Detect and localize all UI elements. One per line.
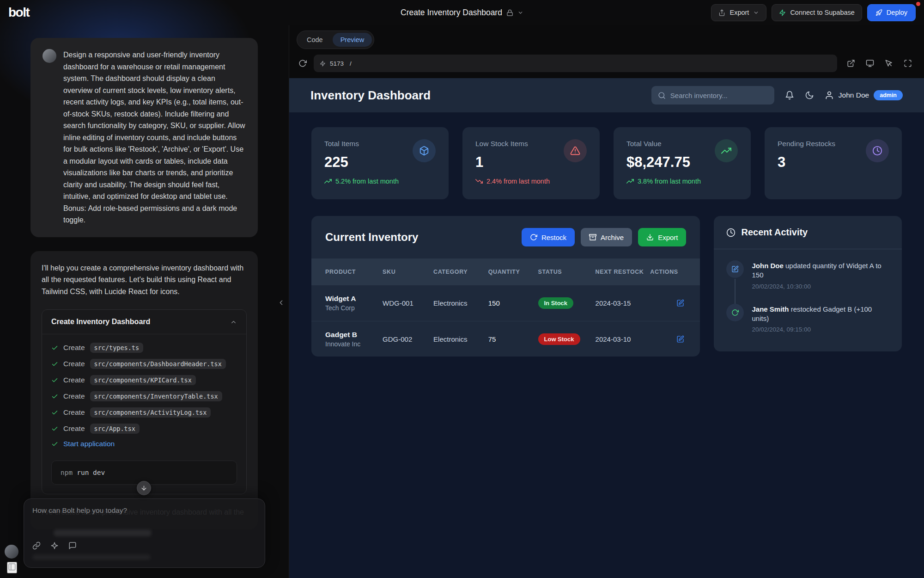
collapse-chat-handle[interactable] (277, 299, 285, 308)
trending-up-icon (721, 146, 731, 156)
restock-button[interactable]: Restock (522, 228, 575, 246)
export-inventory-button[interactable]: Export (638, 228, 686, 246)
artifact-step: Create src/components/InventoryTable.tsx (51, 391, 237, 401)
inspector-icon[interactable] (885, 59, 893, 68)
kpi-trend: 3.8% from last month (626, 178, 738, 185)
column-status: STATUS (538, 263, 591, 281)
activity-timestamp: 20/02/2024, 10:30:00 (752, 283, 889, 290)
user-avatar (43, 49, 56, 63)
check-icon (51, 409, 58, 416)
chat-input[interactable] (32, 506, 256, 529)
scroll-to-bottom-button[interactable] (137, 481, 151, 495)
user-menu[interactable]: John Doe admin (825, 90, 903, 100)
export-button-label: Export (729, 9, 749, 16)
artifact-header[interactable]: Create Inventory Dashboard (42, 310, 246, 334)
chevron-up-icon[interactable] (230, 319, 237, 326)
artifact-step: Create src/components/ActivityLog.tsx (51, 407, 237, 418)
rocket-icon (875, 9, 882, 16)
workbench-tabbar: Code Preview (289, 29, 924, 51)
restock-label: Restock (541, 234, 566, 241)
kpi-trend-text: 2.4% from last month (486, 178, 550, 185)
notifications-button[interactable] (785, 91, 794, 100)
connect-supabase-button[interactable]: Connect to Supabase (772, 4, 862, 21)
role-badge: admin (874, 90, 903, 100)
device-preview-icon[interactable] (866, 59, 874, 68)
bolt-logo[interactable]: bolt (8, 5, 29, 20)
step-file-chip[interactable]: src/components/InventoryTable.tsx (90, 391, 222, 401)
connect-supabase-label: Connect to Supabase (790, 9, 854, 16)
sidebar-toggle-button[interactable] (7, 562, 17, 573)
dark-mode-toggle[interactable] (805, 91, 814, 100)
table-header-row: PRODUCT SKU CATEGORY QUANTITY STATUS NEX… (311, 258, 700, 285)
kpi-row: Total Items 225 5.2% from last month Low… (289, 112, 924, 199)
search-icon (658, 92, 666, 99)
trend-up-icon (324, 178, 332, 185)
step-file-chip[interactable]: src/types.ts (90, 343, 144, 353)
private-lock-icon (506, 9, 513, 16)
enhance-prompt-icon[interactable] (50, 541, 59, 550)
edit-row-button[interactable] (676, 299, 684, 307)
deploy-button[interactable]: Deploy (867, 4, 916, 21)
table-row: Gadget B Innovate Inc GDG-002 Electronic… (311, 321, 700, 357)
clock-icon (726, 228, 736, 237)
project-title-menu[interactable]: Create Inventory Dashboard (401, 8, 523, 18)
tab-code[interactable]: Code (299, 33, 331, 47)
export-button[interactable]: Export (711, 4, 766, 21)
kpi-card-pending-restocks: Pending Restocks 3 (765, 127, 902, 199)
chevron-left-icon (277, 299, 285, 307)
search-input[interactable] (670, 92, 768, 99)
inventory-table-card: Current Inventory Restock Archive (311, 216, 700, 357)
step-file-chip[interactable]: src/components/DashboardHeader.tsx (90, 359, 226, 369)
step-action: Create (63, 392, 85, 400)
account-avatar[interactable] (5, 545, 18, 559)
topbar-actions: Export Connect to Supabase Deploy (711, 4, 916, 21)
product-supplier: Innovate Inc (325, 340, 378, 348)
chat-input-box (24, 498, 265, 568)
chevron-down-icon (753, 10, 759, 16)
kpi-card-low-stock: Low Stock Items 1 2.4% from last month (462, 127, 600, 199)
start-application-link[interactable]: Start application (63, 440, 115, 448)
export-label: Export (658, 234, 678, 241)
blurred-suggestion (54, 529, 152, 536)
assistant-intro-text: I'll help you create a comprehensive inv… (42, 262, 247, 298)
reload-preview-button[interactable] (298, 59, 307, 68)
command-args: run dev (77, 469, 105, 476)
step-action: Create (63, 344, 85, 352)
export-icon (718, 9, 725, 16)
product-name: Gadget B (325, 331, 378, 339)
supabase-icon (779, 9, 786, 16)
app-header-actions: John Doe admin (651, 86, 903, 105)
restock-icon (530, 234, 537, 241)
activity-user: John Doe (752, 262, 783, 270)
archive-button[interactable]: Archive (581, 228, 632, 246)
port-icon (320, 61, 326, 67)
step-file-chip[interactable]: src/components/ActivityLog.tsx (90, 407, 211, 418)
step-file-chip[interactable]: src/App.tsx (90, 424, 140, 434)
kpi-icon-wrap (413, 139, 436, 162)
artifact-step: Create src/App.tsx (51, 424, 237, 434)
artifact-steps: Create src/types.ts Create src/component… (42, 334, 246, 457)
panel-left-icon (8, 563, 16, 571)
column-product: PRODUCT (325, 263, 378, 281)
edit-row-button[interactable] (676, 335, 684, 343)
app-preview: Inventory Dashboard John Doe (289, 78, 924, 578)
attach-link-icon[interactable] (32, 541, 41, 550)
url-path: / (350, 60, 352, 67)
artifact-step: Create src/types.ts (51, 343, 237, 353)
status-badge: Low Stock (538, 333, 580, 345)
recent-activity-card: Recent Activity John Doe updated quantit… (714, 216, 902, 351)
chat-mode-icon[interactable] (68, 541, 77, 550)
workbench-panel: Code Preview 5173 / Inventory (289, 25, 924, 578)
step-file-chip[interactable]: src/components/KPICard.tsx (90, 375, 196, 385)
check-icon (51, 425, 58, 432)
chat-panel: Design a responsive and user-friendly in… (0, 25, 289, 578)
url-input[interactable]: 5173 / (314, 55, 837, 72)
command-prefix: npm (61, 469, 73, 476)
activity-timestamp: 20/02/2024, 09:15:00 (752, 326, 889, 333)
preview-address-bar: 5173 / (289, 51, 924, 73)
step-action: Create (63, 424, 85, 433)
open-in-new-tab-icon[interactable] (847, 59, 855, 68)
kpi-icon-wrap (866, 139, 889, 162)
tab-preview[interactable]: Preview (333, 33, 372, 47)
fullscreen-icon[interactable] (904, 59, 912, 68)
